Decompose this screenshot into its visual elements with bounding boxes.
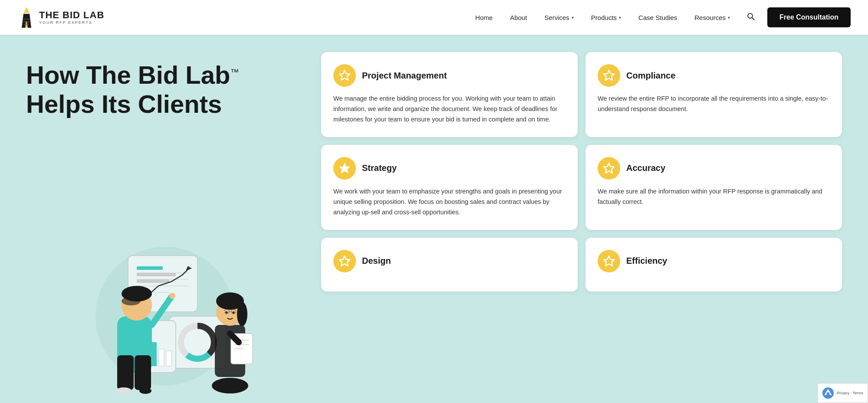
nav-item-about[interactable]: About <box>502 10 535 25</box>
card-header-design: Design <box>333 250 566 272</box>
nav-item-case-studies[interactable]: Case Studies <box>631 10 685 25</box>
svg-point-49 <box>225 311 228 314</box>
navbar: THE BID LAB YOUR RFP EXPERTS Home About … <box>0 0 868 35</box>
star-outline-icon-4 <box>339 255 351 267</box>
svg-point-32 <box>116 387 132 394</box>
svg-marker-0 <box>23 7 30 14</box>
products-dropdown-arrow: ▾ <box>619 15 621 20</box>
svg-marker-59 <box>604 256 614 266</box>
logo-icon <box>17 6 36 29</box>
svg-line-7 <box>752 17 754 20</box>
card-icon-design <box>333 250 356 272</box>
svg-point-36 <box>122 297 141 305</box>
nav-link-case-studies[interactable]: Case Studies <box>631 10 685 25</box>
svg-rect-26 <box>151 342 157 366</box>
svg-marker-57 <box>604 163 614 173</box>
svg-rect-31 <box>135 355 151 390</box>
card-icon-efficiency <box>598 250 620 272</box>
svg-rect-15 <box>137 273 176 276</box>
star-outline-icon-5 <box>603 255 615 267</box>
logo-text: THE BID LAB YOUR RFP EXPERTS <box>39 10 104 25</box>
card-efficiency: Efficiency <box>585 238 842 292</box>
nav-item-resources[interactable]: Resources ▾ <box>687 10 738 25</box>
recaptcha-badge: Privacy · Terms <box>817 383 868 403</box>
star-outline-icon-3 <box>603 162 615 174</box>
star-outline-icon <box>339 69 351 82</box>
svg-rect-30 <box>117 355 134 390</box>
svg-point-61 <box>826 392 829 395</box>
nav-links: Home About Services ▾ Products ▾ Case St… <box>467 10 738 25</box>
svg-marker-58 <box>339 256 350 266</box>
card-header-accuracy: Accuracy <box>598 157 830 180</box>
search-icon <box>746 12 755 21</box>
card-accuracy: Accuracy We make sure all the informatio… <box>585 145 842 230</box>
svg-point-39 <box>212 378 248 393</box>
star-filled-icon <box>339 162 351 174</box>
search-button[interactable] <box>741 9 760 26</box>
card-icon-strategy <box>333 157 356 180</box>
card-strategy: Strategy We work with your team to empha… <box>321 145 578 230</box>
svg-rect-28 <box>166 351 171 366</box>
illustration-area <box>26 131 304 394</box>
card-icon-accuracy <box>598 157 620 180</box>
hero-illustration <box>61 229 269 394</box>
nav-link-services[interactable]: Services ▾ <box>536 10 582 25</box>
nav-item-home[interactable]: Home <box>467 10 500 25</box>
svg-rect-27 <box>159 349 164 366</box>
svg-marker-54 <box>339 70 350 80</box>
card-icon-compliance <box>598 64 620 87</box>
svg-point-33 <box>139 388 151 394</box>
recaptcha-icon <box>822 387 834 399</box>
recaptcha-text: Privacy · Terms <box>837 390 863 396</box>
card-project-management: Project Management We manage the entire … <box>321 52 578 137</box>
left-panel: How The Bid Lab™ Helps Its Clients <box>26 52 304 394</box>
svg-point-48 <box>237 302 247 326</box>
main-content: How The Bid Lab™ Helps Its Clients <box>0 35 868 403</box>
resources-dropdown-arrow: ▾ <box>728 15 730 20</box>
card-compliance: Compliance We review the entire RFP to i… <box>585 52 842 137</box>
star-outline-icon-2 <box>603 69 615 82</box>
nav-link-products[interactable]: Products ▾ <box>583 10 629 25</box>
svg-point-50 <box>232 311 235 314</box>
card-header-efficiency: Efficiency <box>598 250 830 272</box>
cta-button[interactable]: Free Consultation <box>767 7 851 27</box>
nav-link-home[interactable]: Home <box>467 10 500 25</box>
svg-rect-14 <box>137 266 163 270</box>
card-header-strategy: Strategy <box>333 157 566 180</box>
card-design: Design <box>321 238 578 292</box>
logo[interactable]: THE BID LAB YOUR RFP EXPERTS <box>17 6 104 29</box>
nav-item-services[interactable]: Services ▾ <box>536 10 582 25</box>
card-icon-project-management <box>333 64 356 87</box>
nav-item-products[interactable]: Products ▾ <box>583 10 629 25</box>
nav-link-resources[interactable]: Resources ▾ <box>687 10 738 25</box>
svg-marker-56 <box>339 163 350 173</box>
card-header-compliance: Compliance <box>598 64 830 87</box>
cards-grid: Project Management We manage the entire … <box>321 52 842 394</box>
svg-marker-55 <box>604 70 614 80</box>
hero-title: How The Bid Lab™ Helps Its Clients <box>26 61 304 118</box>
card-header-project-management: Project Management <box>333 64 566 87</box>
nav-link-about[interactable]: About <box>502 10 535 25</box>
services-dropdown-arrow: ▾ <box>572 15 574 20</box>
svg-rect-16 <box>137 279 169 283</box>
svg-point-38 <box>169 293 175 299</box>
